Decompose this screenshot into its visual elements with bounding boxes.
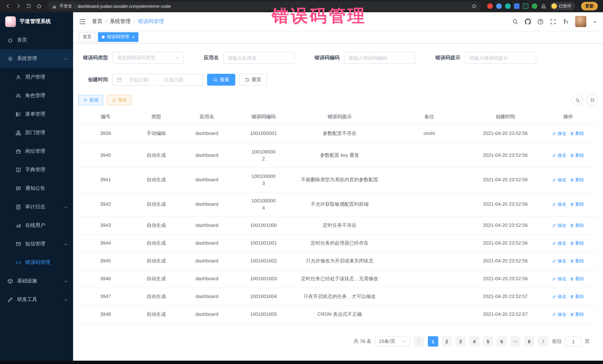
- delete-link[interactable]: 删除: [570, 201, 584, 208]
- tag-home[interactable]: 首页: [79, 32, 95, 42]
- sidebar-item-3[interactable]: 角色管理: [0, 86, 73, 105]
- app-logo[interactable]: 芋道管理系统: [0, 12, 73, 31]
- browser-profile-chip[interactable]: 已暂停: [550, 2, 575, 10]
- pager-page-6[interactable]: 6: [497, 336, 507, 347]
- browser-refresh-icon[interactable]: [24, 1, 33, 11]
- refresh-table-button[interactable]: [587, 95, 598, 106]
- reset-button[interactable]: 重置: [239, 74, 267, 86]
- sidebar-item-8[interactable]: 通知公告: [0, 179, 73, 198]
- browser-home-icon[interactable]: [34, 1, 44, 11]
- user-avatar[interactable]: [575, 16, 586, 27]
- edit-link[interactable]: 修改: [552, 311, 566, 318]
- cell-app: dashboard: [180, 222, 234, 229]
- app-name-input[interactable]: [228, 55, 290, 61]
- sidebar-item-14[interactable]: 研发工具: [0, 290, 73, 309]
- sidebar-item-0[interactable]: 首页: [0, 31, 73, 49]
- error-code-input[interactable]: [348, 55, 411, 61]
- url-text[interactable]: dashboard.yudao.iocoder.cn/system/error-…: [78, 3, 469, 9]
- error-msg-input[interactable]: [469, 55, 532, 61]
- browser-forward-icon[interactable]: [13, 1, 23, 11]
- end-date-input[interactable]: [159, 77, 188, 82]
- cell-time: 2021-04-20 23:52:56: [472, 176, 538, 184]
- online-user-icon: [16, 223, 21, 228]
- start-date-input[interactable]: [124, 77, 153, 82]
- sidebar-item-6[interactable]: 岗位管理: [0, 142, 73, 161]
- chevron-up-icon: [64, 56, 68, 61]
- extension-icon[interactable]: [514, 3, 520, 9]
- sidebar-item-9[interactable]: 审计日志: [0, 198, 73, 216]
- export-button[interactable]: 导出: [107, 95, 132, 105]
- delete-link[interactable]: 删除: [570, 258, 584, 265]
- extension-icon[interactable]: [487, 3, 493, 9]
- sidebar-item-13[interactable]: 基础设施: [0, 272, 73, 290]
- pager-next-button[interactable]: [538, 336, 548, 347]
- toggle-search-button[interactable]: [572, 95, 583, 106]
- sidebar-item-12[interactable]: 错误码管理: [0, 253, 73, 272]
- page-size-select[interactable]: 10条/页: [375, 336, 410, 347]
- sidebar-toggle-icon[interactable]: [79, 18, 86, 25]
- edit-link[interactable]: 修改: [552, 177, 566, 183]
- delete-link[interactable]: 删除: [570, 276, 584, 282]
- edit-link[interactable]: 修改: [552, 222, 566, 229]
- profile-avatar: [551, 3, 557, 9]
- logo-image: [5, 16, 16, 27]
- sidebar-item-5[interactable]: 部门管理: [0, 123, 73, 142]
- delete-link[interactable]: 删除: [570, 131, 584, 137]
- sidebar-item-11[interactable]: 短信管理: [0, 235, 73, 253]
- extensions-puzzle-icon[interactable]: [541, 3, 547, 9]
- pager-page-5[interactable]: 5: [483, 336, 493, 347]
- pager-page-4[interactable]: 4: [469, 336, 479, 347]
- delete-link[interactable]: 删除: [570, 240, 584, 247]
- edit-link[interactable]: 修改: [552, 294, 566, 300]
- edit-link[interactable]: 修改: [552, 240, 566, 247]
- delete-link[interactable]: 删除: [570, 177, 584, 183]
- omnibox-divider: [75, 4, 75, 9]
- help-icon[interactable]: [537, 18, 544, 25]
- browser-back-icon[interactable]: [3, 1, 13, 11]
- error-type-select[interactable]: 请选择错误码类型: [112, 52, 184, 64]
- edit-link[interactable]: 修改: [552, 276, 566, 282]
- bookmark-star-icon[interactable]: [471, 3, 477, 9]
- extension-icon[interactable]: [523, 3, 528, 9]
- sidebar-item-4[interactable]: 菜单管理: [0, 105, 73, 123]
- pager-page-1[interactable]: 1: [428, 336, 438, 347]
- pager-goto-input[interactable]: [566, 336, 581, 347]
- extension-icon[interactable]: [532, 3, 537, 9]
- close-icon[interactable]: ×: [132, 35, 135, 39]
- search-button[interactable]: 搜索: [207, 74, 235, 86]
- chevron-down-icon[interactable]: [593, 19, 597, 24]
- sidebar-item-2[interactable]: 用户管理: [0, 68, 73, 86]
- font-size-icon[interactable]: [563, 18, 569, 25]
- edit-link[interactable]: 修改: [552, 201, 566, 208]
- delete-link[interactable]: 删除: [570, 152, 584, 159]
- add-button[interactable]: 新增: [78, 95, 103, 105]
- pager-ellipsis[interactable]: •••: [510, 336, 521, 347]
- edit-link[interactable]: 修改: [552, 258, 566, 265]
- delete-link[interactable]: 删除: [570, 311, 584, 318]
- pager-page-8[interactable]: 8: [524, 336, 534, 347]
- edit-link[interactable]: 修改: [552, 152, 566, 159]
- date-range-picker[interactable]: -: [112, 74, 203, 86]
- extension-icon[interactable]: [505, 3, 510, 9]
- address-bar[interactable]: 不安全 dashboard.yudao.iocoder.cn/system/er…: [47, 1, 481, 11]
- delete-link[interactable]: 删除: [570, 222, 584, 229]
- breadcrumb-system[interactable]: 系统管理: [110, 18, 131, 25]
- search-icon[interactable]: [512, 18, 518, 25]
- sidebar-item-10[interactable]: 在线用户: [0, 216, 73, 235]
- github-icon[interactable]: [525, 18, 531, 25]
- pager-page-2[interactable]: 2: [441, 336, 452, 347]
- security-label[interactable]: 不安全: [59, 3, 72, 9]
- cell-id: 3948: [78, 311, 133, 318]
- sidebar-item-1[interactable]: 系统管理: [0, 49, 73, 68]
- app-title: 芋道管理系统: [20, 18, 51, 25]
- fullscreen-icon[interactable]: [550, 18, 556, 25]
- extension-icon[interactable]: [496, 3, 502, 9]
- pager-prev-button[interactable]: [414, 336, 424, 347]
- browser-update-button[interactable]: 更新: [581, 2, 598, 10]
- delete-link[interactable]: 删除: [570, 294, 584, 300]
- pager-page-3[interactable]: 3: [455, 336, 466, 347]
- edit-link[interactable]: 修改: [552, 131, 566, 137]
- breadcrumb-home[interactable]: 首页: [92, 18, 103, 25]
- sidebar-item-7[interactable]: 字典管理: [0, 161, 73, 179]
- tag-error-code[interactable]: 错误码管理 ×: [98, 32, 139, 42]
